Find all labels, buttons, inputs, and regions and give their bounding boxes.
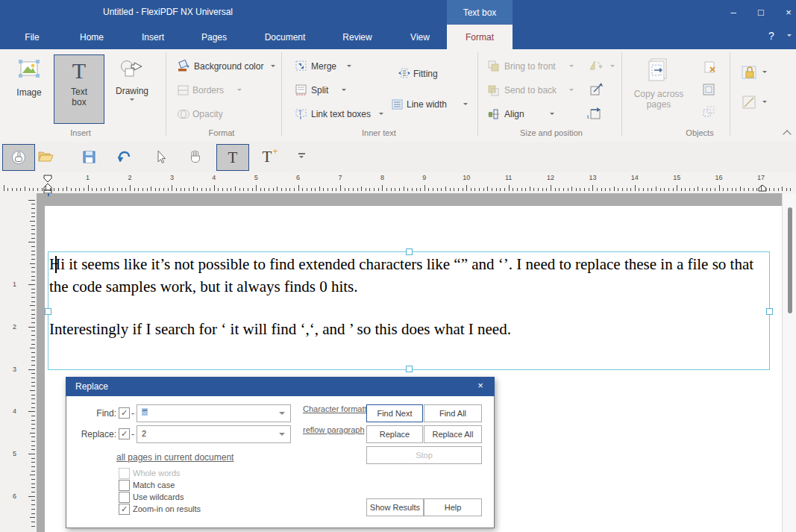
tab-home[interactable]: Home	[58, 25, 125, 49]
right-indent-marker-icon[interactable]	[757, 184, 768, 192]
use-wildcards-checkbox[interactable]	[119, 492, 130, 503]
document-paragraph-1[interactable]: Hi it seems like it’s not possible to fi…	[49, 254, 768, 298]
background-color-button[interactable]: Background color	[194, 61, 263, 72]
help-button[interactable]: Help	[424, 498, 482, 516]
replace-button[interactable]: Replace	[366, 425, 423, 443]
hand-tool-button[interactable]	[183, 144, 208, 169]
vertical-ruler[interactable]: 123456	[0, 193, 37, 532]
find-input[interactable]: “”	[137, 404, 291, 422]
copy-across-pages-button[interactable]: Copy across pages	[630, 54, 687, 122]
find-dropdown-chevron[interactable]	[279, 412, 285, 418]
text-tool-icon: T	[228, 148, 238, 167]
help-icon[interactable]: ?	[768, 30, 774, 42]
tab-format[interactable]: Format	[447, 25, 513, 49]
fitting-button[interactable]: Fitting	[413, 69, 438, 79]
replace-dialog-titlebar[interactable]: Replace	[66, 377, 495, 396]
minimize-button[interactable]: –	[722, 5, 745, 20]
tab-pages[interactable]: Pages	[181, 25, 248, 49]
reflow-paragraph-link[interactable]: reflow paragraph	[303, 425, 365, 434]
close-button[interactable]: ×	[777, 5, 796, 20]
maximize-button[interactable]: □	[750, 5, 772, 20]
textbox-handle-right[interactable]	[766, 308, 773, 315]
send-to-back-chevron[interactable]	[569, 89, 574, 93]
tab-view[interactable]: View	[394, 25, 446, 49]
whole-words-checkbox[interactable]	[119, 468, 130, 479]
bring-to-front-button[interactable]: Bring to front	[504, 61, 556, 72]
line-width-chevron[interactable]	[463, 103, 468, 107]
insert-image-button[interactable]: Image	[9, 55, 49, 123]
align-chevron[interactable]	[550, 113, 554, 117]
match-case-checkbox[interactable]	[119, 480, 130, 491]
tab-file[interactable]: File	[9, 25, 55, 49]
group-label-size-position: Size and position	[510, 128, 592, 137]
line-width-button[interactable]: Line width	[407, 99, 447, 110]
select-frame-icon[interactable]	[702, 83, 715, 96]
open-file-button[interactable]	[33, 144, 58, 169]
find-all-button[interactable]: Find All	[424, 404, 482, 422]
group-objects-icon[interactable]	[702, 105, 715, 119]
send-to-back-button[interactable]: Send to back	[504, 85, 557, 96]
use-wildcards-label: Use wildcards	[133, 492, 184, 501]
bring-to-front-chevron[interactable]	[569, 65, 574, 69]
replace-enabled-checkbox[interactable]: ✓	[119, 428, 130, 439]
horizontal-ruler[interactable]: 1234567891011121314151617	[0, 172, 796, 194]
textbox-handle-bottom[interactable]	[406, 366, 413, 372]
text-tool-button[interactable]: T	[216, 144, 249, 171]
tab-document[interactable]: Document	[249, 25, 321, 49]
align-icon	[487, 108, 501, 120]
vertical-scrollbar-thumb[interactable]	[788, 207, 792, 313]
none-diagonal-icon[interactable]	[741, 95, 757, 110]
opacity-button[interactable]: Opacity	[192, 109, 223, 119]
document-paragraph-2[interactable]: Interestingly if I search for ‘ it will …	[49, 319, 768, 341]
stop-button[interactable]: Stop	[366, 446, 482, 464]
drawing-dropdown-chevron[interactable]	[130, 98, 134, 103]
none-diagonal-chevron[interactable]	[762, 101, 767, 105]
show-results-button[interactable]: Show Results	[366, 498, 424, 516]
replace-dropdown-chevron[interactable]	[279, 433, 285, 439]
split-chevron[interactable]	[342, 89, 346, 93]
background-color-chevron[interactable]	[271, 65, 275, 69]
borders-button[interactable]: Borders	[192, 85, 224, 96]
scale-icon: t	[586, 106, 603, 121]
image-icon	[16, 59, 42, 81]
delete-object-page-icon[interactable]	[702, 60, 716, 74]
tab-insert[interactable]: Insert	[127, 25, 179, 49]
insert-text-box-button[interactable]: T Text box	[54, 54, 104, 124]
select-cursor-button[interactable]	[148, 144, 173, 169]
replace-dialog-close-icon[interactable]: ×	[473, 380, 488, 393]
replace-input[interactable]: 2	[137, 425, 291, 443]
line-width-icon	[391, 98, 404, 110]
textbox-handle-left[interactable]	[45, 308, 51, 315]
toolbar-options-button[interactable]	[292, 144, 310, 169]
split-button[interactable]: Split	[311, 85, 328, 96]
replace-all-button[interactable]: Replace All	[424, 425, 482, 443]
help-chevron-icon[interactable]	[787, 34, 792, 39]
tab-review[interactable]: Review	[322, 25, 392, 49]
link-text-boxes-button[interactable]: Link text boxes	[311, 109, 371, 119]
lock-chevron[interactable]	[762, 71, 767, 75]
find-enabled-checkbox[interactable]: ✓	[119, 407, 130, 419]
borders-chevron[interactable]	[237, 89, 242, 93]
send-to-back-icon	[487, 84, 501, 96]
merge-button[interactable]: Merge	[311, 61, 336, 72]
insert-drawing-button[interactable]: Drawing	[109, 55, 155, 123]
indent-markers-icon[interactable]	[42, 175, 54, 193]
collapse-ribbon-icon[interactable]	[783, 130, 791, 138]
vertical-scrollbar-track[interactable]	[782, 193, 796, 532]
flip-chevron[interactable]	[610, 65, 615, 69]
pan-select-tool-button[interactable]	[2, 144, 35, 171]
all-pages-link[interactable]: all pages in current document	[116, 452, 234, 463]
undo-button[interactable]	[111, 144, 137, 169]
zoom-in-on-results-checkbox[interactable]: ✓	[119, 504, 130, 515]
background-color-icon	[177, 60, 191, 72]
link-text-boxes-chevron[interactable]	[379, 113, 383, 117]
lock-object-icon[interactable]	[741, 65, 757, 80]
save-button[interactable]	[76, 144, 101, 169]
zoom-in-on-results-label: Zoom-in on results	[133, 504, 201, 513]
text-box-icon: T	[72, 59, 86, 83]
add-text-box-button[interactable]: T+	[254, 144, 280, 169]
context-tab-text-box[interactable]: Text box	[447, 0, 513, 25]
find-next-button[interactable]: Find Next	[366, 404, 423, 422]
align-button[interactable]: Align	[504, 109, 524, 119]
merge-chevron[interactable]	[347, 65, 351, 69]
